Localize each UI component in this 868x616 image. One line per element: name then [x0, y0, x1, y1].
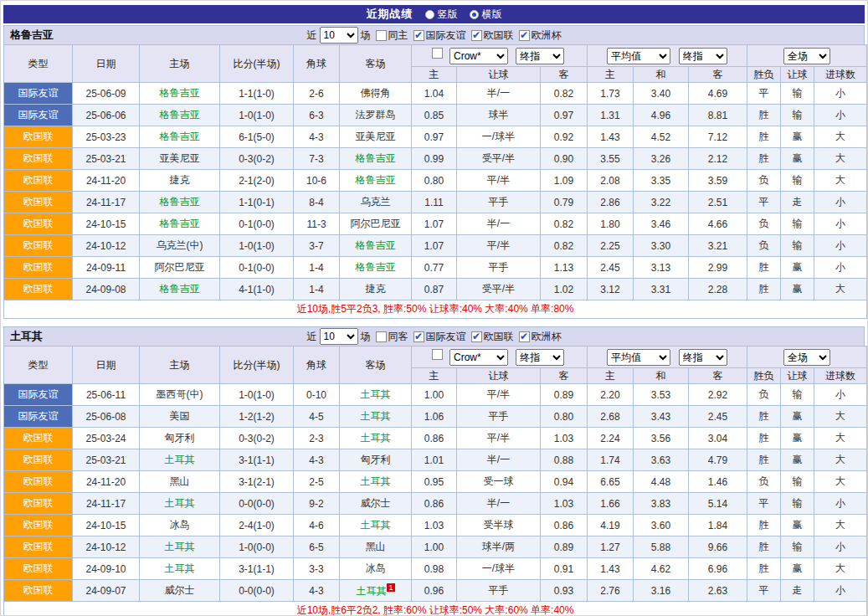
match-date: 25-06-11: [73, 384, 140, 406]
home-team: 阿尔巴尼亚: [140, 257, 220, 279]
match-date: 25-03-21: [73, 148, 140, 170]
layout-option-vertical[interactable]: 竖版: [425, 8, 458, 22]
filter-friendly[interactable]: 国际友谊: [413, 28, 466, 43]
checkbox-icon[interactable]: [413, 30, 424, 41]
match-count-select[interactable]: 10: [320, 27, 358, 44]
europe-odds-group: 平均值 终指: [588, 45, 747, 67]
goals-result: 大: [814, 279, 867, 300]
corner-score: 4-3: [294, 126, 340, 148]
radio-icon[interactable]: [425, 10, 434, 19]
checkbox-icon[interactable]: [376, 331, 387, 342]
odds-column-checkbox[interactable]: [432, 48, 443, 59]
match-date: 25-03-23: [73, 126, 140, 148]
bookmaker-select[interactable]: Crow*: [449, 48, 508, 64]
handicap-odds-group: Crow* 终指: [412, 45, 588, 67]
final-odds-select[interactable]: 终指: [516, 349, 564, 366]
match-scope-select[interactable]: 全场: [783, 48, 830, 64]
filter-euro[interactable]: 欧洲杯: [519, 330, 562, 344]
match-row: 国际友谊25-06-11墨西哥(中)1-0(1-0)0-10土耳其1.00平/半…: [4, 384, 867, 406]
home-team: 捷克: [140, 170, 220, 192]
corner-score: 6-5: [294, 536, 340, 558]
col-handicap-line: 让球: [457, 368, 541, 384]
filter-same-venue[interactable]: 同主: [376, 28, 408, 43]
handicap-result: 走: [781, 192, 814, 213]
near-label: 近: [307, 330, 317, 344]
filter-same-venue[interactable]: 同客: [376, 330, 408, 344]
handicap-away-odds: 1.09: [541, 170, 588, 192]
col-date: 日期: [73, 346, 140, 384]
handicap-line: 一/球半: [457, 558, 541, 580]
highlighted-team: 土耳其: [361, 410, 391, 422]
match-date: 24-11-20: [73, 170, 140, 192]
col-result: 胜负: [747, 368, 781, 384]
home-team: 格鲁吉亚: [140, 192, 220, 213]
home-team: 美国: [140, 406, 220, 428]
corner-score: 11-3: [294, 213, 340, 235]
score: 2-1(2-0): [220, 170, 294, 192]
euro-home-odds: 1.43: [588, 558, 634, 580]
average-odds-select[interactable]: 平均值: [607, 349, 670, 366]
average-odds-select[interactable]: 平均值: [607, 48, 670, 64]
handicap-home-odds: 1.07: [412, 235, 457, 257]
recent-results-page: 近期战绩 竖版 横版 格鲁吉亚 近 10 场 同主 国际友谊 欧国联 欧洲杯: [0, 0, 868, 616]
checkbox-icon[interactable]: [471, 331, 482, 342]
checkbox-icon[interactable]: [471, 30, 482, 41]
odds-column-checkbox[interactable]: [432, 349, 443, 360]
team-section-header: 土耳其 近 10 场 同客 国际友谊 欧国联 欧洲杯: [3, 326, 865, 346]
euro-away-odds: 7.12: [689, 126, 747, 148]
checkbox-icon[interactable]: [376, 30, 387, 41]
filter-nations-league[interactable]: 欧国联: [471, 28, 514, 43]
checkbox-icon[interactable]: [519, 30, 530, 41]
col-handicap-away: 客: [541, 368, 588, 384]
col-handicap-home: 主: [412, 67, 457, 83]
highlighted-team: 格鲁吉亚: [356, 239, 396, 251]
highlighted-team: 土耳其: [165, 562, 195, 574]
match-count-select[interactable]: 10: [320, 328, 358, 345]
match-scope-select[interactable]: 全场: [783, 349, 830, 366]
handicap-odds-group: Crow* 终指: [412, 346, 588, 368]
match-date: 24-09-10: [73, 558, 140, 580]
highlighted-team: 格鲁吉亚: [356, 261, 396, 273]
team-name: 土耳其: [10, 329, 43, 344]
match-result: 负: [747, 213, 781, 235]
checkbox-icon[interactable]: [519, 331, 530, 342]
handicap-line: 一/球半: [457, 126, 541, 148]
highlighted-team: 格鲁吉亚: [160, 283, 200, 295]
filter-friendly[interactable]: 国际友谊: [413, 330, 466, 344]
layout-option-horizontal[interactable]: 横版: [470, 8, 502, 22]
team-section-georgia: 格鲁吉亚 近 10 场 同主 国际友谊 欧国联 欧洲杯 类型 日期: [3, 25, 865, 319]
euro-draw-odds: 3.13: [634, 257, 689, 279]
highlighted-team: 格鲁吉亚: [160, 109, 200, 121]
away-team: 捷克: [340, 279, 412, 300]
match-result: 胜: [747, 279, 781, 300]
bookmaker-select[interactable]: Crow*: [449, 349, 508, 366]
handicap-away-odds: 0.89: [541, 536, 588, 558]
euro-draw-odds: 3.43: [634, 406, 689, 428]
match-result: 胜: [747, 449, 781, 471]
final-odds-select[interactable]: 终指: [516, 48, 564, 64]
handicap-home-odds: 1.06: [412, 406, 457, 428]
match-result: 胜: [747, 257, 781, 279]
near-label: 近: [307, 28, 317, 43]
checkbox-icon[interactable]: [413, 331, 424, 342]
radio-icon[interactable]: [470, 10, 479, 19]
league-badge: 欧国联: [4, 279, 73, 300]
handicap-home-odds: 0.98: [412, 558, 457, 580]
corner-score: 4-6: [294, 515, 340, 536]
filter-euro[interactable]: 欧洲杯: [519, 28, 562, 43]
euro-home-odds: 1.80: [588, 213, 634, 235]
handicap-away-odds: 0.97: [541, 105, 588, 126]
final-europe-select[interactable]: 终指: [679, 349, 727, 366]
highlighted-team: 土耳其: [165, 541, 195, 552]
euro-home-odds: 2.45: [588, 257, 634, 279]
league-badge: 欧国联: [4, 471, 73, 493]
final-europe-select[interactable]: 终指: [679, 48, 727, 64]
corner-score: 9-2: [294, 493, 340, 515]
euro-away-odds: 5.14: [689, 493, 747, 515]
euro-home-odds: 2.76: [588, 580, 634, 602]
filter-nations-league[interactable]: 欧国联: [471, 330, 514, 344]
goals-result: 小: [814, 536, 867, 558]
home-team: 匈牙利: [140, 428, 220, 449]
col-handicap-home: 主: [412, 368, 457, 384]
home-team: 黑山: [140, 471, 220, 493]
